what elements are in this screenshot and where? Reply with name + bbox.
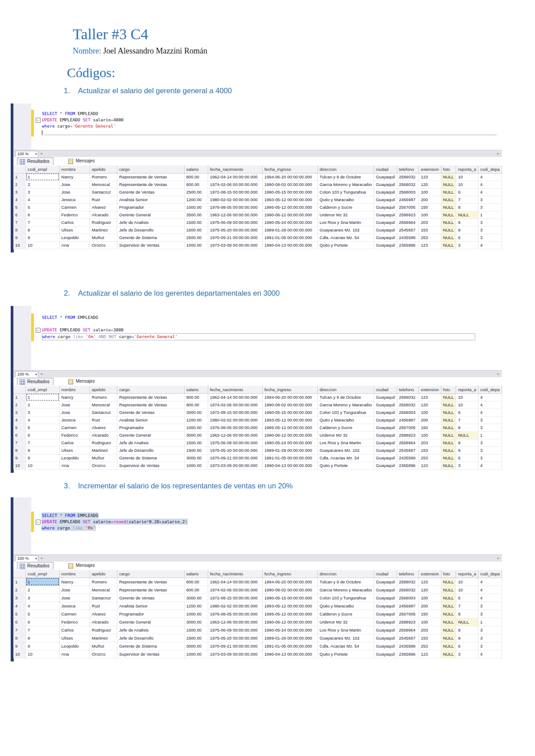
- grid-cell[interactable]: Quito y Portete: [317, 462, 374, 469]
- grid-cell[interactable]: Representante de Ventas: [117, 181, 184, 188]
- grid-cell[interactable]: 1990-06-12 00:00:00.000: [263, 431, 318, 439]
- column-header[interactable]: fecha_ingreso: [263, 570, 318, 578]
- grid-cell[interactable]: 1990-08-02 00:00:00.000: [263, 401, 318, 409]
- scroll-right-arrow-icon[interactable]: [495, 555, 501, 561]
- grid-cell[interactable]: 2568964: [397, 626, 419, 634]
- grid-cell[interactable]: Colon 103 y Tungurahua: [317, 409, 374, 416]
- column-header[interactable]: codi_empl: [26, 165, 59, 173]
- grid-cell[interactable]: Gerente de Ventas: [117, 594, 184, 602]
- grid-cell[interactable]: 1995-05-12 00:00:00.000: [263, 424, 318, 431]
- grid-cell[interactable]: 8: [13, 446, 26, 454]
- grid-cell[interactable]: Romero: [90, 173, 117, 181]
- grid-cell[interactable]: Guayaquil: [374, 416, 397, 424]
- grid-cell[interactable]: 1980-02-02 00:00:00.000: [208, 196, 262, 203]
- selected-cell[interactable]: 1: [26, 578, 59, 586]
- grid-cell[interactable]: 2435589: [397, 454, 419, 462]
- column-header[interactable]: ciudad: [374, 386, 397, 393]
- grid-cell[interactable]: 8: [456, 610, 478, 618]
- grid-cell[interactable]: 123: [419, 173, 441, 181]
- grid-cell[interactable]: Santacruz: [90, 594, 117, 602]
- grid-cell[interactable]: Guayacanes Mz. 102: [317, 226, 374, 234]
- grid-cell[interactable]: 3: [478, 439, 502, 446]
- grid-cell[interactable]: 3: [456, 650, 478, 658]
- grid-cell[interactable]: 9: [26, 642, 59, 650]
- grid-cell[interactable]: 7: [26, 439, 59, 446]
- grid-cell[interactable]: Jose: [59, 401, 90, 409]
- grid-cell[interactable]: Jessica: [59, 602, 90, 610]
- grid-cell[interactable]: 6: [26, 618, 59, 626]
- grid-cell[interactable]: 1980-02-02 00:00:00.000: [208, 416, 262, 424]
- grid-cell[interactable]: 4: [478, 393, 502, 401]
- grid-cell[interactable]: Leopoldo: [59, 454, 90, 462]
- grid-cell[interactable]: Muñoz: [90, 642, 117, 650]
- grid-cell[interactable]: 1: [478, 431, 502, 439]
- grid-cell[interactable]: Ulises: [59, 634, 90, 642]
- grid-cell[interactable]: 2: [13, 181, 26, 188]
- grid-cell[interactable]: 10: [13, 462, 26, 469]
- grid-cell[interactable]: 800.00: [184, 578, 208, 586]
- grid-cell[interactable]: 800.00: [184, 181, 208, 188]
- grid-cell[interactable]: 203: [419, 626, 441, 634]
- grid-cell[interactable]: Garcia Moreno y Maracaibo: [317, 181, 374, 188]
- grid-cell[interactable]: 4: [478, 188, 502, 196]
- grid-cell[interactable]: 1995-05-12 00:00:00.000: [263, 610, 318, 618]
- grid-cell[interactable]: 1990-05-24 00:00:00.000: [263, 626, 318, 634]
- grid-cell[interactable]: 1970-09-21 00:00:00.000: [208, 234, 262, 241]
- grid-cell[interactable]: 1990-08-02 00:00:00.000: [263, 586, 318, 594]
- grid-cell[interactable]: 9: [456, 219, 478, 226]
- grid-cell[interactable]: NULL: [441, 439, 456, 446]
- grid-cell[interactable]: 1973-03-09 00:00:00.000: [208, 241, 262, 249]
- grid-cell[interactable]: 4: [478, 650, 502, 658]
- grid-cell[interactable]: 8: [456, 203, 478, 211]
- grid-cell[interactable]: 3: [13, 594, 26, 602]
- grid-cell[interactable]: 1000.00: [184, 241, 208, 249]
- grid-cell[interactable]: Representante de Ventas: [117, 401, 184, 409]
- grid-cell[interactable]: NULL: [441, 219, 456, 226]
- grid-cell[interactable]: Guayaquil: [374, 446, 397, 454]
- grid-cell[interactable]: Ruiz: [90, 416, 117, 424]
- grid-cell[interactable]: Jessica: [59, 196, 90, 203]
- grid-cell[interactable]: Guayaquil: [374, 454, 397, 462]
- grid-cell[interactable]: Jefe de Analisis: [117, 439, 184, 446]
- grid-cell[interactable]: 2: [26, 181, 59, 188]
- scroll-right-arrow-icon[interactable]: [495, 151, 501, 157]
- grid-cell[interactable]: 1990-04-13 00:00:00.000: [263, 241, 318, 249]
- grid-cell[interactable]: Jefe de Analisis: [117, 219, 184, 226]
- grid-cell[interactable]: 9: [456, 634, 478, 642]
- grid-cell[interactable]: 5: [26, 203, 59, 211]
- grid-cell[interactable]: 8: [26, 446, 59, 454]
- grid-cell[interactable]: 153: [419, 446, 441, 454]
- grid-cell[interactable]: NULL: [441, 188, 456, 196]
- grid-cell[interactable]: 253: [419, 234, 441, 241]
- grid-cell[interactable]: 4: [478, 578, 502, 586]
- grid-cell[interactable]: Leopoldo: [59, 642, 90, 650]
- grid-cell[interactable]: NULL: [441, 196, 456, 203]
- grid-cell[interactable]: 1974-02-06 00:00:00.000: [208, 586, 262, 594]
- grid-cell[interactable]: 800.00: [184, 401, 208, 409]
- grid-cell[interactable]: Quito y Maracaibo: [317, 196, 374, 203]
- grid-cell[interactable]: Urdenor Mz 32: [317, 211, 374, 219]
- grid-cell[interactable]: 10: [456, 393, 478, 401]
- column-header[interactable]: direccion: [317, 165, 374, 173]
- grid-cell[interactable]: 1995-05-12 00:00:00.000: [263, 203, 318, 211]
- tab-mensajes[interactable]: Mensajes: [66, 378, 99, 385]
- scroll-right-arrow-icon[interactable]: [495, 371, 501, 377]
- grid-cell[interactable]: 2365896: [397, 462, 419, 469]
- grid-cell[interactable]: 1990-05-15 00:00:00.000: [263, 409, 318, 416]
- column-header[interactable]: fecha_nacimiento: [208, 165, 262, 173]
- grid-cell[interactable]: 8: [26, 634, 59, 642]
- grid-cell[interactable]: Nancy: [59, 173, 90, 181]
- grid-cell[interactable]: 1991-01-05 00:00:00.000: [263, 642, 318, 650]
- grid-cell[interactable]: 4: [478, 181, 502, 188]
- grid-cell[interactable]: 200: [419, 196, 441, 203]
- column-header[interactable]: foto: [441, 386, 456, 393]
- grid-cell[interactable]: 1993-05-12 00:00:00.000: [263, 416, 318, 424]
- grid-cell[interactable]: 1000.00: [184, 650, 208, 658]
- grid-cell[interactable]: Carmen: [59, 610, 90, 618]
- grid-cell[interactable]: 3: [478, 610, 502, 618]
- grid-cell[interactable]: 1990-04-13 00:00:00.000: [263, 650, 318, 658]
- grid-cell[interactable]: 2545657: [397, 226, 419, 234]
- grid-cell[interactable]: 9: [13, 454, 26, 462]
- grid-cell[interactable]: Guayaquil: [374, 196, 397, 203]
- grid-cell[interactable]: Guayaquil: [374, 409, 397, 416]
